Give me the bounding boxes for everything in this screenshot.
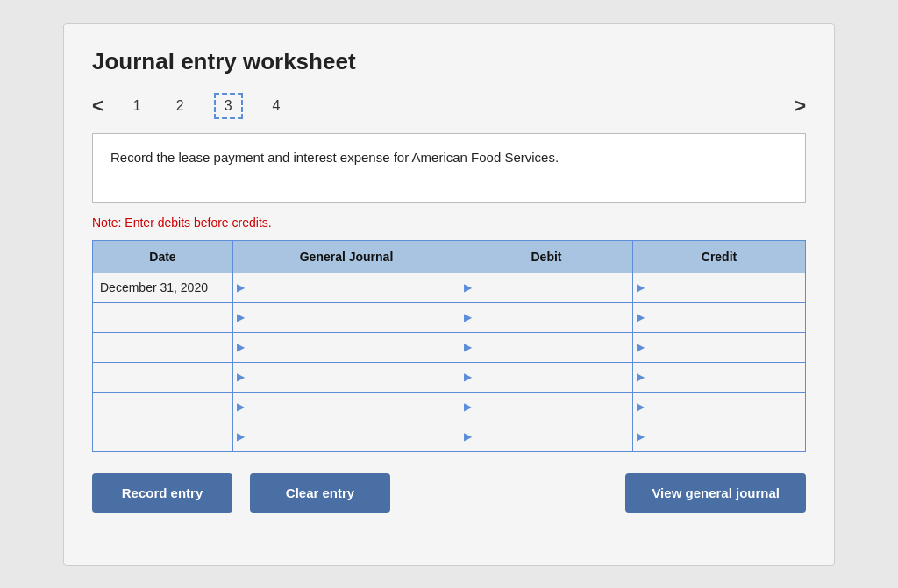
credit-arrow-1: ▶ [633, 311, 648, 323]
credit-cell-3[interactable]: ▶ [633, 362, 806, 392]
journal-cell-4[interactable]: ▶ [233, 392, 460, 422]
journal-arrow-2: ▶ [233, 341, 248, 353]
worksheet-container: Journal entry worksheet < 1 2 3 4 > Reco… [63, 23, 835, 566]
credit-input-0[interactable] [648, 273, 805, 302]
debit-cell-2[interactable]: ▶ [460, 332, 633, 362]
tab-3[interactable]: 3 [214, 93, 243, 119]
buttons-row: Record entry Clear entry View general jo… [92, 473, 806, 513]
table-row: ▶▶▶ [93, 332, 806, 362]
tab-2[interactable]: 2 [171, 95, 189, 117]
debit-input-5[interactable] [475, 422, 632, 451]
credit-cell-2[interactable]: ▶ [633, 332, 806, 362]
tab-1[interactable]: 1 [128, 95, 146, 117]
table-row: ▶▶▶ [93, 302, 806, 332]
clear-entry-button[interactable]: Clear entry [250, 473, 390, 513]
record-entry-button[interactable]: Record entry [92, 473, 232, 513]
journal-arrow-4: ▶ [233, 400, 248, 413]
journal-input-2[interactable] [248, 333, 460, 362]
debit-input-4[interactable] [475, 393, 632, 422]
journal-table: Date General Journal Debit Credit Decemb… [92, 240, 806, 452]
journal-arrow-1: ▶ [233, 311, 248, 323]
debit-arrow-5: ▶ [460, 430, 475, 443]
debit-cell-3[interactable]: ▶ [460, 362, 633, 392]
next-arrow[interactable]: > [795, 95, 806, 117]
journal-arrow-0: ▶ [233, 281, 248, 294]
journal-cell-0[interactable]: ▶ [233, 273, 460, 302]
debit-arrow-0: ▶ [460, 281, 475, 294]
debit-cell-5[interactable]: ▶ [460, 422, 633, 451]
date-cell-0: December 31, 2020 [93, 273, 233, 302]
header-credit: Credit [633, 240, 806, 273]
journal-cell-3[interactable]: ▶ [233, 362, 460, 392]
header-debit: Debit [460, 240, 633, 273]
table-row: ▶▶▶ [93, 362, 806, 392]
journal-cell-5[interactable]: ▶ [233, 422, 460, 451]
credit-arrow-0: ▶ [633, 281, 648, 294]
debit-input-2[interactable] [475, 333, 632, 362]
table-row: ▶▶▶ [93, 422, 806, 451]
credit-arrow-5: ▶ [633, 430, 648, 443]
credit-input-3[interactable] [648, 363, 805, 392]
note-text: Note: Enter debits before credits. [92, 216, 806, 230]
description-box: Record the lease payment and interest ex… [92, 133, 806, 203]
journal-input-3[interactable] [248, 363, 460, 392]
debit-cell-4[interactable]: ▶ [460, 392, 633, 422]
journal-arrow-5: ▶ [233, 430, 248, 443]
credit-cell-4[interactable]: ▶ [633, 392, 806, 422]
prev-arrow[interactable]: < [92, 95, 103, 117]
credit-cell-5[interactable]: ▶ [633, 422, 806, 451]
credit-arrow-3: ▶ [633, 371, 648, 383]
debit-cell-0[interactable]: ▶ [460, 273, 633, 302]
debit-input-1[interactable] [475, 303, 632, 332]
journal-cell-2[interactable]: ▶ [233, 332, 460, 362]
header-date: Date [93, 240, 233, 273]
view-general-journal-button[interactable]: View general journal [625, 473, 806, 513]
date-cell-4 [93, 392, 233, 422]
date-cell-1 [93, 302, 233, 332]
date-cell-5 [93, 422, 233, 451]
credit-arrow-4: ▶ [633, 400, 648, 413]
date-cell-3 [93, 362, 233, 392]
credit-cell-1[interactable]: ▶ [633, 302, 806, 332]
debit-arrow-3: ▶ [460, 371, 475, 383]
credit-input-5[interactable] [648, 422, 805, 451]
debit-input-3[interactable] [475, 363, 632, 392]
debit-cell-1[interactable]: ▶ [460, 302, 633, 332]
debit-arrow-4: ▶ [460, 400, 475, 413]
credit-input-4[interactable] [648, 393, 805, 422]
credit-arrow-2: ▶ [633, 341, 648, 353]
table-row: December 31, 2020▶▶▶ [93, 273, 806, 302]
page-title: Journal entry worksheet [92, 48, 806, 75]
journal-input-0[interactable] [248, 273, 460, 302]
tab-4[interactable]: 4 [267, 95, 286, 117]
journal-cell-1[interactable]: ▶ [233, 302, 460, 332]
journal-arrow-3: ▶ [233, 371, 248, 383]
journal-input-4[interactable] [248, 393, 460, 422]
journal-input-1[interactable] [248, 303, 460, 332]
debit-input-0[interactable] [475, 273, 632, 302]
credit-input-1[interactable] [648, 303, 805, 332]
journal-input-5[interactable] [248, 422, 460, 451]
tab-navigation: < 1 2 3 4 > [92, 93, 806, 119]
table-header-row: Date General Journal Debit Credit [93, 240, 806, 273]
description-text: Record the lease payment and interest ex… [110, 150, 559, 165]
date-cell-2 [93, 332, 233, 362]
credit-cell-0[interactable]: ▶ [633, 273, 806, 302]
table-row: ▶▶▶ [93, 392, 806, 422]
debit-arrow-2: ▶ [460, 341, 475, 353]
credit-input-2[interactable] [648, 333, 805, 362]
debit-arrow-1: ▶ [460, 311, 475, 323]
header-journal: General Journal [233, 240, 460, 273]
